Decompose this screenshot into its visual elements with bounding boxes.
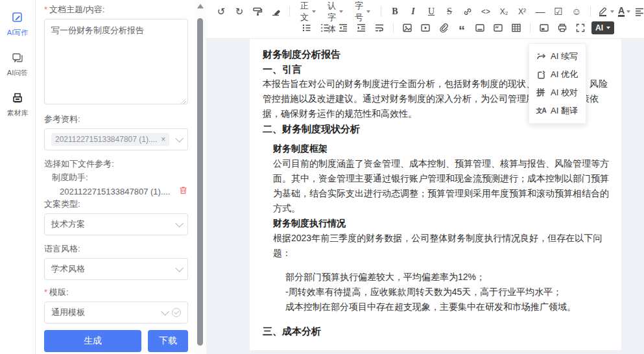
tag-remove-icon[interactable]: × (161, 136, 165, 143)
doc-list: 部分部门预算执行偏差较大，平均偏差率为12%； -周转效率有待提高，应收账款周转… (285, 270, 611, 314)
template-label: *模版: (44, 287, 188, 298)
insert-video-icon[interactable] (418, 21, 433, 35)
doc-paragraph: 公司目前的制度涵盖了资金管理、成本控制、预算管理、核算与报告、风险管理等方面。其… (273, 156, 611, 216)
file-name: 2021122715133847807 (1).... (44, 187, 178, 196)
font-size-dropdown[interactable]: 字号 (351, 5, 374, 19)
format-painter-icon[interactable] (250, 5, 265, 19)
eraser-icon[interactable] (268, 5, 283, 19)
topic-input[interactable]: 写一份财务制度分析报告 (44, 19, 188, 104)
horizontal-rule-icon[interactable]: — (533, 5, 547, 19)
caret-down-icon (626, 10, 630, 13)
template-select[interactable]: 通用模板 (44, 301, 188, 324)
chevron-down-icon (161, 307, 169, 316)
check-circle-icon (172, 308, 181, 317)
nav-label: 素材库 (7, 108, 29, 118)
underline-button[interactable]: U (424, 5, 438, 19)
generate-button[interactable]: 生成 (44, 330, 141, 352)
download-button[interactable]: 下载 (148, 330, 188, 352)
doc-heading: 三、成本分析 (263, 324, 611, 338)
doc-subheading: 财务制度框架 (273, 141, 611, 156)
menu-item-label: AI 翻译 (551, 105, 578, 117)
file-section-label: 选择如下文件参考: (44, 158, 188, 169)
doc-type-value: 技术方案 (51, 218, 175, 230)
menu-item-label: AI 续写 (551, 51, 578, 62)
code-block-icon[interactable] (491, 21, 505, 35)
chevron-down-icon (175, 219, 184, 228)
nav-item-ai-writing[interactable]: AI写作 (7, 12, 28, 38)
reference-select[interactable]: 2021122715133847807 (1).... × (44, 128, 188, 150)
insert-table-icon[interactable] (509, 21, 523, 35)
menu-item-ai-proofread[interactable]: 拼 AI 校对 (529, 84, 586, 102)
caret-down-icon (312, 10, 316, 13)
bullet-list-icon[interactable] (300, 21, 314, 35)
toolbar-row-1: ↺ ↻ 正文 默认字体 字号 B (214, 3, 639, 19)
text-wrap-icon[interactable] (372, 21, 387, 35)
print-icon[interactable] (555, 21, 569, 35)
redo-icon[interactable]: ↻ (232, 5, 246, 19)
undo-icon[interactable]: ↺ (214, 5, 228, 19)
style-value: 学术风格 (51, 263, 175, 275)
scroll-up-arrow-icon[interactable] (197, 4, 204, 8)
scrollbar-thumb[interactable] (197, 18, 203, 346)
bold-button[interactable]: B (388, 5, 402, 19)
ai-proofread-icon: 拼 (536, 88, 546, 98)
outdent-icon[interactable] (336, 21, 350, 35)
nav-item-material-library[interactable]: 素材库 (7, 92, 29, 118)
caret-down-icon (606, 27, 610, 29)
menu-item-label: AI 校对 (551, 87, 578, 99)
delete-file-icon[interactable] (178, 185, 188, 198)
nav-rail: AI写作 AI问答 素材库 (0, 0, 36, 354)
doc-subheading: 财务制度执行情况 (273, 216, 611, 231)
reference-tag-text: 2021122715133847807 (1).... (55, 135, 157, 144)
panel-scrollbar[interactable] (195, 0, 206, 354)
generation-form-panel: *文档主题/内容: 写一份财务制度分析报告 参考资料: 202112271513… (36, 0, 195, 354)
style-select[interactable]: 学术风格 (44, 258, 188, 280)
font-family-dropdown[interactable]: 默认字体 (324, 5, 347, 19)
chevron-down-icon (175, 264, 184, 272)
style-label: 语言风格: (44, 243, 188, 254)
highlight-color-button[interactable] (597, 6, 614, 17)
align-dropdown[interactable] (634, 6, 644, 17)
doc-list-item: -周转效率有待提高，应收账款周转天数为45天，高于行业平均水平； (285, 285, 611, 300)
app-window: AI写作 AI问答 素材库 *文档主题/内容: 写一份财务制度分析报告 参考资料… (0, 0, 644, 354)
ai-translate-icon: 文A (536, 106, 546, 116)
menu-item-label: AI 优化 (551, 69, 578, 80)
blockquote-icon[interactable]: “ (455, 21, 469, 35)
nav-label: AI问答 (7, 68, 28, 78)
editor-toolbar: ↺ ↻ 正文 默认字体 字号 B (206, 0, 644, 39)
file-row: 2021122715133847807 (1).... (44, 185, 188, 197)
inline-code-icon[interactable]: <> (479, 5, 493, 19)
subscript-button[interactable]: X₂ (497, 5, 511, 19)
doc-paragraph: 根据2023年前三季度的财务数据，公司整体财务制度执行情况良好，但存在以下问题： (273, 231, 611, 261)
emoji-icon[interactable]: ☺ (569, 5, 584, 19)
insert-image-icon[interactable] (400, 21, 414, 35)
ai-tools-button[interactable]: AI (591, 21, 614, 34)
strikethrough-button[interactable]: S (442, 5, 457, 19)
divider-block-icon[interactable] (473, 21, 487, 35)
attachment-icon[interactable] (436, 21, 451, 35)
ai-qa-icon (12, 52, 23, 66)
ai-writing-icon (12, 12, 23, 26)
topic-textarea-wrap: 写一份财务制度分析报告 (44, 15, 188, 107)
topic-label: *文档主题/内容: (44, 4, 188, 15)
doc-list-item: 成本控制在部分项目中存在超支现象，主要集中在研发和市场推广领域。 (285, 300, 611, 314)
doc-list-item: 部分部门预算执行偏差较大，平均偏差率为12%； (285, 270, 611, 285)
template-value: 通用模板 (51, 307, 161, 318)
menu-item-ai-continue[interactable]: AI 续写 (529, 47, 586, 65)
ai-optimize-icon (536, 69, 546, 80)
toolbar-row-2: “ (300, 19, 639, 36)
embed-source-icon[interactable] (537, 21, 551, 35)
nav-item-ai-qa[interactable]: AI问答 (7, 52, 28, 78)
indent-icon[interactable] (354, 21, 368, 35)
menu-item-ai-optimize[interactable]: AI 优化 (529, 65, 586, 84)
menu-item-ai-translate[interactable]: 文A AI 翻译 (529, 102, 586, 120)
superscript-button[interactable]: X² (515, 5, 529, 19)
task-checkbox-icon[interactable]: ☑ (551, 5, 566, 19)
italic-button[interactable]: I (406, 5, 420, 19)
ordered-list-icon[interactable] (318, 21, 332, 35)
font-color-button[interactable]: A (618, 6, 630, 17)
doc-type-select[interactable]: 技术方案 (44, 213, 188, 235)
link-icon[interactable] (460, 5, 475, 19)
paragraph-style-dropdown[interactable]: 正文 (296, 5, 320, 19)
fullscreen-icon[interactable] (573, 21, 588, 35)
